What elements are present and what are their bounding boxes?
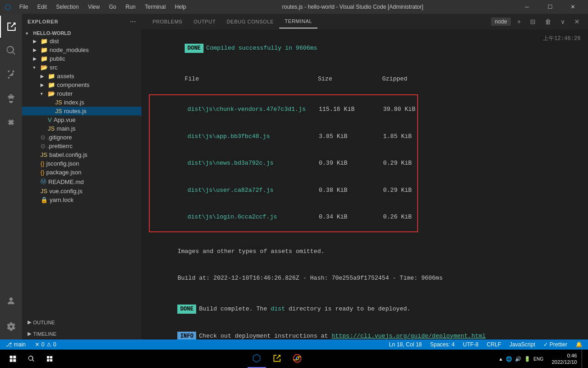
activity-extensions[interactable] — [0, 111, 22, 133]
file-yarn-lock[interactable]: ▶ 🔒 yarn.lock — [22, 196, 141, 204]
folder-router[interactable]: ▾ 📂 router — [22, 89, 141, 98]
svg-rect-5 — [50, 356, 52, 358]
tray-network[interactable]: 🌐 — [506, 356, 512, 362]
tray-volume[interactable]: 🔊 — [515, 356, 521, 362]
terminal-trash-icon[interactable]: 🗑 — [542, 17, 554, 26]
terminal-add-icon[interactable]: + — [514, 17, 524, 26]
activity-search[interactable] — [0, 40, 22, 62]
terminal-close-icon[interactable]: ✕ — [571, 17, 582, 26]
file-package-json[interactable]: ▶ {} package.json — [22, 168, 141, 177]
info-badge: INFO — [177, 332, 196, 340]
deploy-link[interactable]: https://cli.vuejs.org/guide/deployment.h… — [332, 333, 486, 339]
file-vue-config[interactable]: ▶ JS vue.config.js — [22, 187, 141, 196]
folder-src[interactable]: ▾ 📂 src — [22, 63, 141, 72]
file-prettierrc[interactable]: ▶ ⊙ .prettierrc — [22, 142, 141, 150]
tab-output[interactable]: OUTPUT — [188, 15, 221, 28]
terminal-chevron-down-icon[interactable]: ∨ — [558, 17, 568, 26]
package-json-label: package.json — [46, 169, 82, 176]
yarn-lock-label: yarn.lock — [50, 196, 74, 203]
start-button[interactable] — [4, 350, 22, 368]
tab-problems[interactable]: PROBLEMS — [147, 15, 188, 28]
svg-rect-7 — [50, 359, 52, 362]
status-language[interactable]: JavaScript — [508, 341, 537, 348]
outline-section[interactable]: ▶ OUTLINE — [22, 316, 141, 328]
main-js-icon: JS — [48, 125, 55, 132]
tab-terminal[interactable]: TERMINAL — [279, 15, 318, 29]
menu-view[interactable]: View — [85, 3, 102, 11]
file-gitignore[interactable]: ▶ ⊙ .gitignore — [22, 133, 141, 142]
maximize-button[interactable]: ☐ — [539, 0, 560, 14]
taskbar-explorer[interactable] — [268, 350, 286, 368]
folder-assets[interactable]: ▶ 📁 assets — [22, 72, 141, 80]
menu-file[interactable]: File — [17, 3, 31, 11]
tray-battery[interactable]: 🔋 — [524, 356, 531, 362]
file-babel-config[interactable]: ▶ JS babel.config.js — [22, 150, 141, 159]
activity-account[interactable] — [0, 290, 22, 312]
menu-edit[interactable]: Edit — [34, 3, 50, 11]
gitignore-icon: ⊙ — [40, 134, 45, 141]
status-prettier[interactable]: ✓ Prettier — [542, 341, 569, 348]
menu-run[interactable]: Run — [123, 3, 138, 11]
status-spaces[interactable]: Spaces: 4 — [428, 341, 456, 348]
file-routes-js[interactable]: ▶ JS routes.js — [22, 107, 141, 115]
file-size-3: 0.38 KiB — [319, 186, 383, 195]
terminal-content[interactable]: DONECompiled successfully in 9606ms 上午12… — [141, 30, 588, 339]
main-layout: EXPLORER ··· ▾ HELLO-WORLD ▶ 📁 dist ▶ — [0, 14, 588, 339]
folder-dist-icon: 📁 — [40, 38, 48, 45]
show-desktop[interactable] — [582, 350, 584, 368]
minimize-button[interactable]: ─ — [516, 0, 537, 14]
timeline-section[interactable]: ▶ TIMELINE — [22, 328, 141, 339]
project-root[interactable]: ▾ HELLO-WORLD — [22, 29, 141, 37]
menu-terminal[interactable]: Terminal — [142, 3, 168, 11]
tab-debug-console[interactable]: DEBUG CONSOLE — [221, 15, 279, 28]
status-encoding[interactable]: UTF-8 — [461, 341, 481, 348]
build-info-line: Build at: 2022-12-10T16:46:26.826Z - Has… — [149, 265, 581, 292]
taskbar-time: 0:46 — [552, 352, 577, 359]
activity-git[interactable] — [0, 63, 22, 86]
taskbar-clock[interactable]: 0:46 2022/12/10 — [549, 352, 580, 366]
gitignore-label: .gitignore — [47, 134, 72, 141]
routes-js-label: routes.js — [64, 108, 86, 115]
folder-node-modules[interactable]: ▶ 📁 node_modules — [22, 46, 141, 54]
build-complete-text: Build complete. The — [199, 305, 271, 312]
done-compiled-line: DONECompiled successfully in 9606ms — [149, 34, 317, 62]
language-text: JavaScript — [509, 341, 535, 348]
menu-go[interactable]: Go — [106, 3, 119, 11]
warning-icon: ⚠ — [46, 341, 51, 348]
activity-settings[interactable] — [0, 316, 22, 338]
menu-help[interactable]: Help — [172, 3, 189, 11]
line-ending-text: CRLF — [487, 341, 501, 348]
tray-keyboard[interactable]: ENG — [533, 356, 543, 362]
activity-debug[interactable] — [0, 87, 22, 109]
jsconfig-icon: {} — [40, 160, 45, 167]
taskbar-widgets[interactable] — [40, 350, 59, 368]
file-jsconfig[interactable]: ▶ {} jsconfig.json — [22, 159, 141, 168]
folder-public[interactable]: ▶ 📁 public — [22, 54, 141, 63]
file-index-js[interactable]: ▶ JS index.js — [22, 98, 141, 107]
terminal-split-icon[interactable]: ⊟ — [527, 17, 538, 26]
status-git[interactable]: ⎇ main — [4, 341, 28, 348]
status-errors[interactable]: ✕ 0 ⚠ 0 — [33, 341, 58, 348]
file-main-js[interactable]: ▶ JS main.js — [22, 124, 141, 133]
taskbar-vscode[interactable]: ⬡ — [248, 350, 266, 368]
activity-explorer[interactable] — [0, 16, 22, 38]
file-app-vue[interactable]: ▶ V App.vue — [22, 115, 141, 124]
close-button[interactable]: ✕ — [562, 0, 583, 14]
sidebar-more-icon[interactable]: ··· — [130, 17, 136, 26]
titlebar-menus: File Edit Selection View Go Run Terminal… — [17, 3, 189, 11]
build-complete-line: DONEBuild complete. The dist directory i… — [149, 295, 581, 322]
folder-components[interactable]: ▶ 📁 components — [22, 80, 141, 89]
sidebar-header: EXPLORER ··· — [22, 14, 141, 29]
file-row-0: dist\js\chunk-vendors.47e7c3d1.js115.16 … — [152, 96, 415, 123]
menu-selection[interactable]: Selection — [53, 3, 81, 11]
taskbar-search-button[interactable] — [24, 351, 39, 366]
status-feedback[interactable]: 🔔 — [574, 341, 584, 348]
status-line-col[interactable]: Ln 18, Col 18 — [387, 341, 424, 348]
folder-dist[interactable]: ▶ 📁 dist — [22, 37, 141, 46]
folder-src-icon: 📂 — [40, 64, 48, 71]
taskbar-chrome[interactable] — [288, 350, 306, 368]
status-line-ending[interactable]: CRLF — [485, 341, 503, 348]
tray-up-arrow[interactable]: ▲ — [498, 356, 503, 362]
file-readme[interactable]: ▶ Ⓜ README.md — [22, 177, 141, 187]
titlebar-title: routes.js - hello-world - Visual Studio … — [282, 4, 423, 10]
